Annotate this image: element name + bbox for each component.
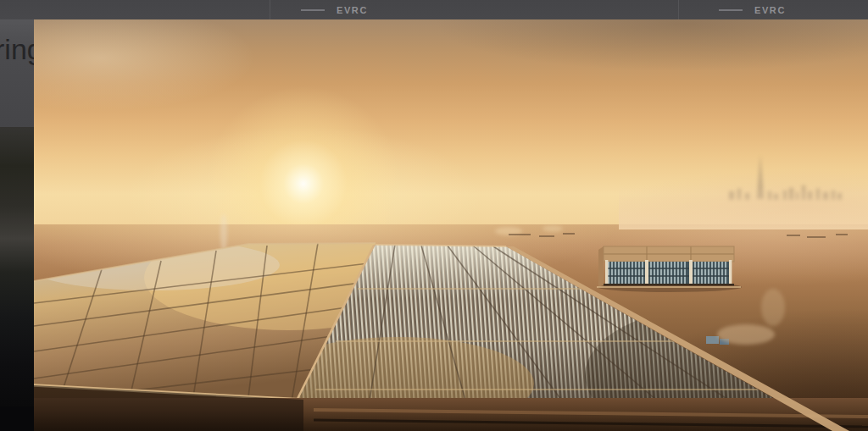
- slide-divider: [270, 0, 270, 19]
- horizon-haze: [619, 185, 868, 229]
- carousel-slide-label-1[interactable]: EVRC: [301, 0, 368, 19]
- carousel-slide-label-2[interactable]: EVRC: [719, 0, 786, 19]
- label-dash-icon: [301, 9, 325, 11]
- slide-label-text: EVRC: [754, 5, 786, 15]
- hero-image: [34, 19, 868, 431]
- slide-divider: [678, 0, 679, 19]
- label-dash-icon: [719, 9, 743, 11]
- page-heading-fragment: ring: [0, 33, 34, 66]
- slide-label-text: EVRC: [337, 5, 368, 15]
- site-containers: [706, 289, 785, 345]
- background-page-strip: ring: [0, 19, 34, 431]
- background-page-photo: [0, 127, 34, 406]
- background-page-heading-section: ring: [0, 19, 34, 127]
- solar-park-scene: [34, 19, 868, 431]
- background-page-footer: [0, 406, 34, 431]
- research-building: [597, 246, 742, 292]
- carousel-header-bar: EVRC EVRC: [0, 0, 868, 19]
- distant-structures: [509, 233, 848, 238]
